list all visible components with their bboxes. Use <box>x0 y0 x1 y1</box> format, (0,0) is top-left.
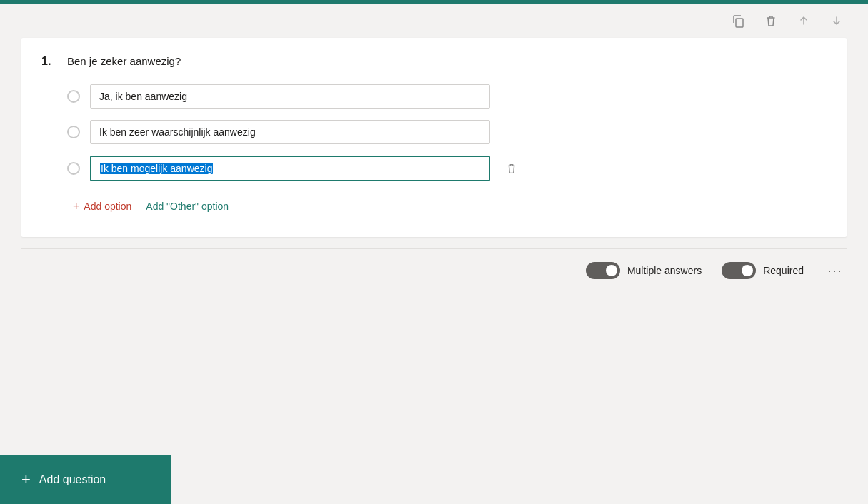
add-other-label: Add "Other" option <box>146 201 229 212</box>
multiple-answers-label: Multiple answers <box>627 265 702 276</box>
add-option-plus-icon: + <box>73 200 79 213</box>
selected-text: Ik ben mogelijk aanwezig <box>100 163 213 174</box>
add-option-label: Add option <box>84 201 131 212</box>
svg-rect-0 <box>736 19 743 27</box>
add-question-plus-icon: + <box>21 470 31 489</box>
move-up-button[interactable] <box>794 11 814 31</box>
multiple-answers-toggle[interactable] <box>586 262 620 279</box>
add-question-label: Add question <box>39 473 106 486</box>
option-input-1[interactable] <box>90 84 490 109</box>
toggle-knob-multiple <box>606 265 617 276</box>
required-toggle-group: Required <box>722 262 804 279</box>
option-row-1 <box>67 84 827 109</box>
question-card: 1. Ben je zeker aanwezig? Ik ben mogelij… <box>21 38 847 237</box>
question-title[interactable]: Ben je zeker aanwezig? <box>67 54 827 69</box>
radio-3[interactable] <box>67 162 80 175</box>
toggle-knob-required <box>742 265 753 276</box>
required-toggle[interactable] <box>722 262 756 279</box>
underline-je: je zeker aanwezig <box>89 55 175 67</box>
option-input-2[interactable] <box>90 120 490 144</box>
multiple-answers-toggle-group: Multiple answers <box>586 262 702 279</box>
question-number: 1. <box>41 54 59 68</box>
option-input-3[interactable]: Ik ben mogelijk aanwezig <box>90 156 490 181</box>
arrow-up-icon <box>797 14 811 28</box>
delete-button[interactable] <box>761 11 781 31</box>
more-options-button[interactable]: ··· <box>824 259 847 282</box>
footer-controls: Multiple answers Required ··· <box>0 249 868 292</box>
radio-1[interactable] <box>67 90 80 103</box>
add-option-button[interactable]: + Add option <box>67 196 137 217</box>
copy-button[interactable] <box>728 11 748 31</box>
delete-option-3-button[interactable] <box>500 157 523 180</box>
trash-icon <box>505 162 518 175</box>
more-dots-icon: ··· <box>827 263 842 278</box>
add-options-row: + Add option Add "Other" option <box>67 196 827 217</box>
add-other-option-button[interactable]: Add "Other" option <box>137 196 237 216</box>
move-down-button[interactable] <box>827 11 847 31</box>
radio-2[interactable] <box>67 126 80 138</box>
required-label: Required <box>763 265 804 276</box>
delete-icon <box>764 14 778 28</box>
add-question-bar[interactable]: + Add question <box>0 455 171 504</box>
copy-icon <box>731 14 745 28</box>
arrow-down-icon <box>829 14 844 28</box>
option-row-3: Ik ben mogelijk aanwezig <box>67 156 827 181</box>
question-header: 1. Ben je zeker aanwezig? <box>41 54 827 69</box>
option-row-2 <box>67 120 827 144</box>
question-toolbar <box>0 4 868 38</box>
options-list: Ik ben mogelijk aanwezig <box>67 84 827 181</box>
